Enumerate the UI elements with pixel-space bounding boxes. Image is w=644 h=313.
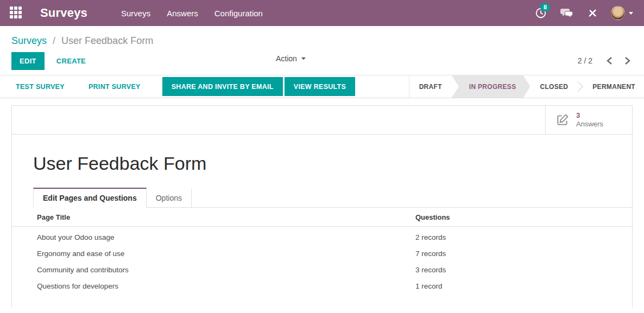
- table-row[interactable]: Questions for developers 1 record: [12, 278, 632, 294]
- action-dropdown[interactable]: Action: [276, 54, 306, 63]
- cell-page-title[interactable]: Ergonomy and ease of use: [12, 245, 415, 261]
- pages-table: Page Title Questions About your Odoo usa…: [12, 208, 632, 294]
- table-row[interactable]: Ergonomy and ease of use 7 records: [12, 245, 632, 261]
- breadcrumb-parent-link[interactable]: Surveys: [11, 35, 47, 46]
- stat-text: 3 Answers: [576, 111, 603, 129]
- pager-value: 2 / 2: [578, 56, 592, 65]
- pencil-square-icon: [555, 113, 570, 127]
- tab-edit-pages-and-questions[interactable]: Edit Pages and Questions: [33, 188, 147, 208]
- notebook-tabs: Edit Pages and Questions Options: [33, 188, 632, 208]
- stat-button-box: 3 Answers: [12, 106, 632, 135]
- pager: 2 / 2: [578, 54, 633, 67]
- menu-item-surveys[interactable]: Surveys: [120, 7, 151, 20]
- systray: 8: [535, 6, 633, 20]
- messages-icon[interactable]: [560, 7, 574, 19]
- speech-bubbles-icon: [560, 7, 574, 19]
- object-buttons: TEST SURVEY PRINT SURVEY SHARE AND INVIT…: [0, 77, 409, 96]
- pager-previous-button[interactable]: [604, 54, 615, 67]
- status-step-in-progress[interactable]: IN PROGRESS: [452, 75, 531, 98]
- print-survey-button[interactable]: PRINT SURVEY: [86, 83, 143, 91]
- tab-options[interactable]: Options: [147, 189, 192, 208]
- app-brand-title[interactable]: Surveys: [40, 6, 87, 20]
- action-dropdown-label: Action: [276, 54, 297, 63]
- view-results-button[interactable]: VIEW RESULTS: [285, 77, 355, 96]
- cell-questions[interactable]: 1 record: [415, 278, 632, 294]
- main-menu: Surveys Answers Configuration: [120, 7, 264, 20]
- table-row[interactable]: Community and contributors 3 records: [12, 261, 632, 278]
- chevron-right-icon: [624, 56, 630, 65]
- chevron-left-icon: [607, 56, 613, 65]
- cell-questions[interactable]: 3 records: [415, 261, 632, 278]
- form-sheet: 3 Answers User Feedback Form Edit Pages …: [11, 105, 633, 308]
- create-button[interactable]: CREATE: [54, 52, 88, 70]
- cell-page-title[interactable]: Community and contributors: [12, 261, 415, 278]
- statusbar-row: TEST SURVEY PRINT SURVEY SHARE AND INVIT…: [0, 75, 644, 98]
- crossed-tools-icon: [587, 8, 598, 18]
- share-invite-button[interactable]: SHARE AND INVITE BY EMAIL: [162, 77, 283, 96]
- breadcrumb: Surveys / User Feedback Form: [0, 26, 644, 47]
- user-menu[interactable]: [611, 6, 633, 20]
- user-avatar: [611, 6, 625, 20]
- caret-down-icon: [301, 58, 306, 60]
- answers-stat-button[interactable]: 3 Answers: [545, 106, 632, 134]
- status-step-closed[interactable]: CLOSED: [530, 75, 578, 98]
- pager-next-button[interactable]: [622, 54, 633, 67]
- table-row[interactable]: About your Odoo usage 2 records: [12, 227, 632, 246]
- cell-page-title[interactable]: About your Odoo usage: [12, 227, 415, 246]
- menu-item-configuration[interactable]: Configuration: [213, 7, 264, 20]
- cell-questions[interactable]: 7 records: [415, 245, 632, 261]
- caret-down-icon: [629, 12, 633, 15]
- edit-button[interactable]: EDIT: [11, 52, 45, 70]
- apps-grid-icon[interactable]: [10, 7, 23, 20]
- test-survey-button[interactable]: TEST SURVEY: [14, 83, 67, 91]
- breadcrumb-separator: /: [53, 35, 55, 46]
- cell-page-title[interactable]: Questions for developers: [12, 278, 415, 294]
- answers-label: Answers: [576, 120, 603, 129]
- status-step-permanent[interactable]: PERMANENT: [583, 75, 644, 98]
- menu-item-answers[interactable]: Answers: [166, 7, 199, 20]
- tools-icon[interactable]: [587, 8, 598, 18]
- column-header-page-title[interactable]: Page Title: [12, 208, 415, 227]
- column-header-questions[interactable]: Questions: [415, 208, 632, 227]
- control-panel-buttons: EDIT CREATE Action 2 / 2: [0, 47, 644, 75]
- activity-clock-icon[interactable]: 8: [535, 7, 547, 19]
- breadcrumb-current: User Feedback Form: [61, 35, 153, 46]
- statusbar: DRAFT IN PROGRESS CLOSED PERMANENT: [409, 75, 644, 98]
- top-navbar: Surveys Surveys Answers Configuration 8: [0, 0, 644, 26]
- status-step-draft[interactable]: DRAFT: [409, 75, 452, 98]
- answers-count: 3: [576, 111, 603, 120]
- activity-badge: 8: [540, 3, 550, 11]
- cell-questions[interactable]: 2 records: [415, 227, 632, 246]
- survey-title: User Feedback Form: [33, 153, 632, 174]
